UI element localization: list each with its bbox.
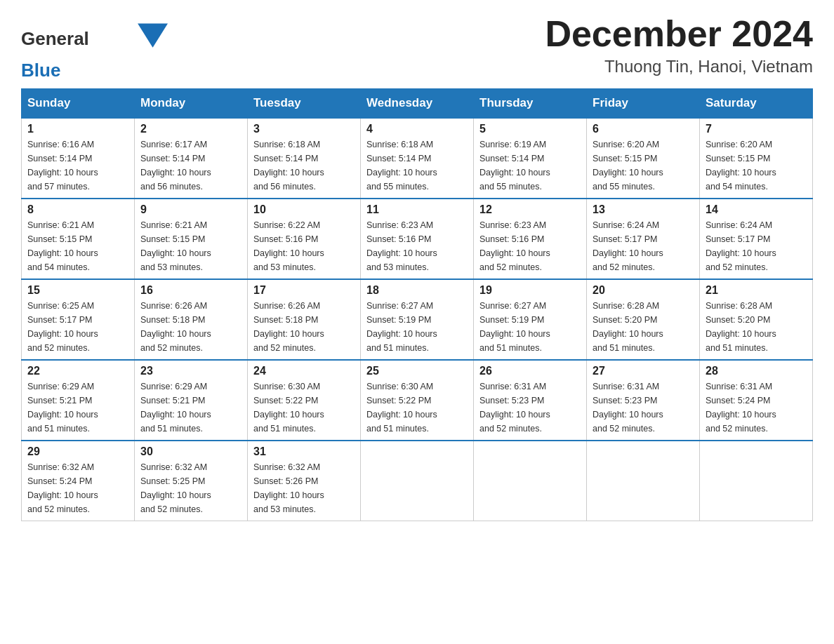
calendar-cell xyxy=(474,441,587,521)
day-info: Sunrise: 6:17 AMSunset: 5:14 PMDaylight:… xyxy=(140,140,211,192)
day-info: Sunrise: 6:27 AMSunset: 5:19 PMDaylight:… xyxy=(366,301,437,353)
day-number: 21 xyxy=(706,284,807,297)
day-number: 27 xyxy=(593,365,694,377)
day-number: 15 xyxy=(27,284,128,297)
header-friday: Friday xyxy=(587,89,700,119)
day-number: 11 xyxy=(366,203,468,216)
day-number: 25 xyxy=(366,365,468,377)
calendar-cell: 7 Sunrise: 6:20 AMSunset: 5:15 PMDayligh… xyxy=(700,118,813,199)
day-info: Sunrise: 6:32 AMSunset: 5:24 PMDaylight:… xyxy=(27,462,98,514)
day-info: Sunrise: 6:21 AMSunset: 5:15 PMDaylight:… xyxy=(140,220,211,272)
day-number: 14 xyxy=(706,203,807,216)
calendar-cell: 4 Sunrise: 6:18 AMSunset: 5:14 PMDayligh… xyxy=(361,118,474,199)
day-number: 29 xyxy=(27,445,128,458)
subtitle: Thuong Tin, Hanoi, Vietnam xyxy=(545,57,813,76)
day-info: Sunrise: 6:24 AMSunset: 5:17 PMDaylight:… xyxy=(593,220,663,272)
calendar-body: 1 Sunrise: 6:16 AMSunset: 5:14 PMDayligh… xyxy=(22,118,813,521)
day-info: Sunrise: 6:32 AMSunset: 5:26 PMDaylight:… xyxy=(253,462,324,514)
logo-blue: Blue xyxy=(21,60,60,81)
calendar-cell: 14 Sunrise: 6:24 AMSunset: 5:17 PMDaylig… xyxy=(700,199,813,279)
calendar-cell: 23 Sunrise: 6:29 AMSunset: 5:21 PMDaylig… xyxy=(135,360,248,441)
day-number: 5 xyxy=(479,123,581,135)
calendar-cell: 28 Sunrise: 6:31 AMSunset: 5:24 PMDaylig… xyxy=(700,360,813,441)
header-wednesday: Wednesday xyxy=(361,89,474,119)
page-header: General Blue December 2024 Thuong Tin, H… xyxy=(21,14,813,81)
week-row-2: 8 Sunrise: 6:21 AMSunset: 5:15 PMDayligh… xyxy=(22,199,813,279)
calendar-cell: 16 Sunrise: 6:26 AMSunset: 5:18 PMDaylig… xyxy=(135,279,248,360)
day-info: Sunrise: 6:24 AMSunset: 5:17 PMDaylight:… xyxy=(706,220,776,272)
day-info: Sunrise: 6:23 AMSunset: 5:16 PMDaylight:… xyxy=(479,220,550,272)
day-info: Sunrise: 6:32 AMSunset: 5:25 PMDaylight:… xyxy=(140,462,211,514)
day-number: 31 xyxy=(253,445,355,458)
day-info: Sunrise: 6:19 AMSunset: 5:14 PMDaylight:… xyxy=(479,140,550,192)
calendar-cell: 8 Sunrise: 6:21 AMSunset: 5:15 PMDayligh… xyxy=(22,199,135,279)
day-number: 3 xyxy=(253,123,355,135)
calendar-cell: 26 Sunrise: 6:31 AMSunset: 5:23 PMDaylig… xyxy=(474,360,587,441)
day-number: 9 xyxy=(140,203,241,216)
calendar-cell: 10 Sunrise: 6:22 AMSunset: 5:16 PMDaylig… xyxy=(248,199,361,279)
day-number: 7 xyxy=(706,123,807,135)
header-monday: Monday xyxy=(135,89,248,119)
svg-marker-0 xyxy=(138,24,168,48)
main-title: December 2024 xyxy=(545,14,813,54)
day-number: 28 xyxy=(706,365,807,377)
day-number: 10 xyxy=(253,203,355,216)
logo: General Blue xyxy=(21,14,203,81)
day-info: Sunrise: 6:26 AMSunset: 5:18 PMDaylight:… xyxy=(140,301,211,353)
day-info: Sunrise: 6:18 AMSunset: 5:14 PMDaylight:… xyxy=(366,140,437,192)
day-info: Sunrise: 6:26 AMSunset: 5:18 PMDaylight:… xyxy=(253,301,324,353)
day-number: 4 xyxy=(366,123,468,135)
day-info: Sunrise: 6:30 AMSunset: 5:22 PMDaylight:… xyxy=(253,382,324,434)
calendar-table: Sunday Monday Tuesday Wednesday Thursday… xyxy=(21,88,813,521)
day-number: 30 xyxy=(140,445,241,458)
day-info: Sunrise: 6:20 AMSunset: 5:15 PMDaylight:… xyxy=(706,140,776,192)
day-number: 23 xyxy=(140,365,241,377)
calendar-cell: 18 Sunrise: 6:27 AMSunset: 5:19 PMDaylig… xyxy=(361,279,474,360)
day-number: 24 xyxy=(253,365,355,377)
header-row: Sunday Monday Tuesday Wednesday Thursday… xyxy=(22,89,813,119)
day-info: Sunrise: 6:16 AMSunset: 5:14 PMDaylight:… xyxy=(27,140,98,192)
day-number: 13 xyxy=(593,203,694,216)
day-number: 20 xyxy=(593,284,694,297)
calendar-cell: 2 Sunrise: 6:17 AMSunset: 5:14 PMDayligh… xyxy=(135,118,248,199)
header-saturday: Saturday xyxy=(700,89,813,119)
day-number: 6 xyxy=(593,123,694,135)
day-info: Sunrise: 6:22 AMSunset: 5:16 PMDaylight:… xyxy=(253,220,324,272)
day-number: 2 xyxy=(140,123,241,135)
week-row-3: 15 Sunrise: 6:25 AMSunset: 5:17 PMDaylig… xyxy=(22,279,813,360)
day-number: 1 xyxy=(27,123,128,135)
logo-arrow-icon xyxy=(91,18,203,60)
day-number: 8 xyxy=(27,203,128,216)
day-number: 18 xyxy=(366,284,468,297)
calendar-cell: 25 Sunrise: 6:30 AMSunset: 5:22 PMDaylig… xyxy=(361,360,474,441)
day-info: Sunrise: 6:31 AMSunset: 5:23 PMDaylight:… xyxy=(479,382,550,434)
day-info: Sunrise: 6:31 AMSunset: 5:24 PMDaylight:… xyxy=(706,382,776,434)
calendar-cell: 1 Sunrise: 6:16 AMSunset: 5:14 PMDayligh… xyxy=(22,118,135,199)
calendar-cell: 3 Sunrise: 6:18 AMSunset: 5:14 PMDayligh… xyxy=(248,118,361,199)
logo-general: General xyxy=(21,28,89,50)
day-number: 22 xyxy=(27,365,128,377)
header-thursday: Thursday xyxy=(474,89,587,119)
calendar-cell: 29 Sunrise: 6:32 AMSunset: 5:24 PMDaylig… xyxy=(22,441,135,521)
header-sunday: Sunday xyxy=(22,89,135,119)
day-info: Sunrise: 6:18 AMSunset: 5:14 PMDaylight:… xyxy=(253,140,324,192)
calendar-header: Sunday Monday Tuesday Wednesday Thursday… xyxy=(22,89,813,119)
calendar-cell: 6 Sunrise: 6:20 AMSunset: 5:15 PMDayligh… xyxy=(587,118,700,199)
calendar-cell: 31 Sunrise: 6:32 AMSunset: 5:26 PMDaylig… xyxy=(248,441,361,521)
title-block: December 2024 Thuong Tin, Hanoi, Vietnam xyxy=(545,14,813,76)
week-row-4: 22 Sunrise: 6:29 AMSunset: 5:21 PMDaylig… xyxy=(22,360,813,441)
day-info: Sunrise: 6:29 AMSunset: 5:21 PMDaylight:… xyxy=(27,382,98,434)
calendar-cell: 11 Sunrise: 6:23 AMSunset: 5:16 PMDaylig… xyxy=(361,199,474,279)
calendar-cell: 17 Sunrise: 6:26 AMSunset: 5:18 PMDaylig… xyxy=(248,279,361,360)
calendar-cell: 30 Sunrise: 6:32 AMSunset: 5:25 PMDaylig… xyxy=(135,441,248,521)
day-info: Sunrise: 6:29 AMSunset: 5:21 PMDaylight:… xyxy=(140,382,211,434)
day-info: Sunrise: 6:31 AMSunset: 5:23 PMDaylight:… xyxy=(593,382,663,434)
calendar-cell xyxy=(700,441,813,521)
day-info: Sunrise: 6:21 AMSunset: 5:15 PMDaylight:… xyxy=(27,220,98,272)
calendar-cell: 13 Sunrise: 6:24 AMSunset: 5:17 PMDaylig… xyxy=(587,199,700,279)
day-info: Sunrise: 6:30 AMSunset: 5:22 PMDaylight:… xyxy=(366,382,437,434)
day-info: Sunrise: 6:25 AMSunset: 5:17 PMDaylight:… xyxy=(27,301,98,353)
day-info: Sunrise: 6:28 AMSunset: 5:20 PMDaylight:… xyxy=(706,301,776,353)
header-tuesday: Tuesday xyxy=(248,89,361,119)
calendar-cell: 15 Sunrise: 6:25 AMSunset: 5:17 PMDaylig… xyxy=(22,279,135,360)
